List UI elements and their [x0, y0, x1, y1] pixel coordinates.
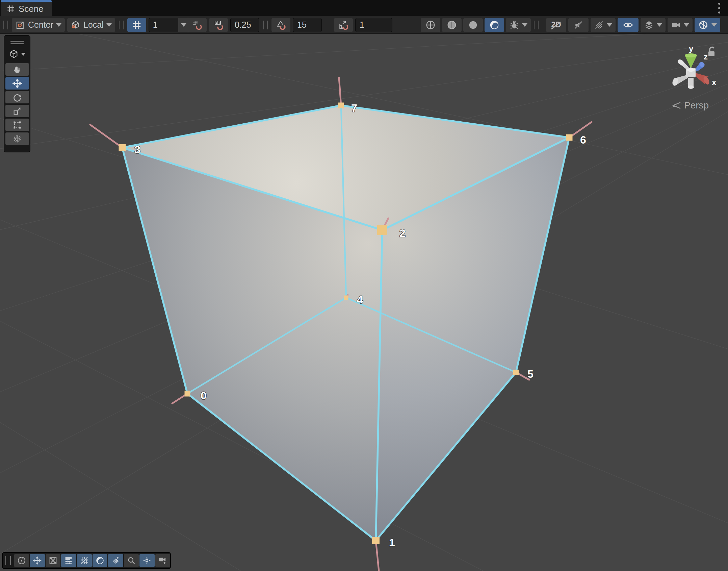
- layers-dropdown[interactable]: [641, 18, 666, 32]
- vertex-handle-1[interactable]: [372, 537, 380, 544]
- gizmo-diamond-button[interactable]: [108, 554, 123, 567]
- axis-z-label: z: [704, 52, 708, 61]
- rect-tool[interactable]: [5, 119, 29, 131]
- tab-scene[interactable]: Scene: [1, 0, 52, 16]
- vertex-label-1: 1: [389, 537, 395, 549]
- rect-tool-icon: [12, 120, 22, 130]
- vertex-handle-3[interactable]: [119, 144, 126, 151]
- overlay-drag-handle[interactable]: [10, 40, 24, 46]
- vertex-handle-6[interactable]: [566, 134, 573, 141]
- tool-settings-icon: [48, 556, 58, 565]
- vertex-label-0: 0: [201, 390, 207, 402]
- orientation-compass-button[interactable]: [14, 554, 29, 567]
- vertex-handle-0[interactable]: [185, 391, 190, 397]
- orientation-compass-icon: [17, 556, 26, 565]
- vertex-label-6: 6: [580, 134, 586, 146]
- move-snap-magnet-icon: [213, 20, 224, 30]
- search-magnifier-icon: [127, 556, 136, 565]
- grid-size-dropdown[interactable]: 1: [149, 18, 189, 32]
- scale-snap-value[interactable]: 1: [355, 18, 392, 32]
- kebab-vertical-icon[interactable]: [717, 3, 722, 14]
- scale-tool-icon: [12, 106, 22, 116]
- axis-y-label: y: [689, 44, 694, 53]
- toolbar-drag-handle[interactable]: [3, 21, 8, 29]
- overlay-sliders-icon: [64, 556, 73, 565]
- grid-snap-magnet-icon: [192, 20, 202, 30]
- grid-snap-magnet-button[interactable]: [188, 18, 207, 32]
- scene-viewport[interactable]: 01234567: [0, 0, 728, 571]
- toolbar-separator: [534, 21, 539, 29]
- move-overlay-button[interactable]: [30, 554, 45, 567]
- tools-overlay: [4, 35, 30, 152]
- shading-sphere-icon: [95, 556, 105, 565]
- rotate-tool[interactable]: [5, 91, 29, 103]
- vertex-handle-7[interactable]: [338, 103, 344, 108]
- vertex-handle-4[interactable]: [344, 296, 348, 300]
- vertex-label-7: 7: [351, 102, 357, 114]
- projection-toggle[interactable]: Persp: [671, 100, 709, 111]
- shading-unlit-button[interactable]: [463, 18, 483, 32]
- scale-tool[interactable]: [5, 105, 29, 117]
- grid-snap-icon: [132, 20, 142, 30]
- grid-visibility-button[interactable]: [77, 554, 92, 567]
- axis-neg-cone-cap: [688, 85, 694, 89]
- audio-toggle[interactable]: [568, 18, 589, 32]
- vertex-label-4: 4: [357, 294, 363, 306]
- view-hand-tool[interactable]: [5, 63, 29, 76]
- unlocked-padlock-icon[interactable]: [708, 47, 714, 56]
- shaded-sphere-icon: [489, 20, 500, 30]
- tool-settings-button[interactable]: [46, 554, 60, 567]
- overlay-toolbar: [2, 552, 171, 569]
- chevron-down-icon: [684, 23, 689, 27]
- toolbar-separator: [119, 21, 124, 29]
- move-tool-icon: [12, 78, 22, 89]
- move-snap-value[interactable]: 0.25: [230, 18, 259, 32]
- grid-size-value: 1: [149, 18, 178, 32]
- camera-preview-icon: [158, 556, 167, 565]
- overlay-sliders-button[interactable]: [61, 554, 76, 567]
- center-pivot-button[interactable]: [139, 554, 154, 567]
- chevron-down-icon: [21, 53, 26, 56]
- scene-visibility-eye-icon: [623, 20, 633, 30]
- gizmos-globe-icon: [698, 20, 709, 30]
- shading-shaded-button[interactable]: [485, 18, 504, 32]
- rotate-snap-button[interactable]: [271, 18, 290, 32]
- chevron-down-icon: [522, 23, 527, 27]
- shading-sphere-button[interactable]: [93, 554, 107, 567]
- debug-draw-mode-dropdown[interactable]: [506, 18, 531, 32]
- vertex-handle-5[interactable]: [513, 370, 519, 375]
- vertex-handle-2[interactable]: [377, 225, 387, 235]
- rotate-snap-magnet-icon: [276, 20, 286, 30]
- camera-settings-dropdown[interactable]: [668, 18, 693, 32]
- axis-x-label: x: [712, 78, 717, 87]
- debug-bug-icon: [509, 20, 519, 30]
- handle-orientation-dropdown[interactable]: Local: [67, 18, 115, 32]
- overlay-drag-handle[interactable]: [5, 556, 11, 565]
- search-button[interactable]: [124, 554, 139, 567]
- grid-snap-toggle[interactable]: [127, 18, 146, 32]
- vertex-label-5: 5: [527, 368, 534, 380]
- scale-snap-button[interactable]: [334, 18, 353, 32]
- tool-context-dropdown[interactable]: [9, 49, 26, 59]
- camera-preview-button[interactable]: [155, 554, 170, 567]
- pivot-mode-dropdown[interactable]: Center: [12, 18, 65, 32]
- vertex-label-2: 2: [399, 227, 406, 239]
- rotate-snap-value[interactable]: 15: [293, 18, 322, 32]
- effects-dropdown[interactable]: [591, 18, 616, 32]
- unlit-sphere-icon: [468, 20, 478, 30]
- chevron-down-icon: [607, 23, 612, 27]
- gizmos-dropdown[interactable]: [695, 18, 720, 32]
- chevron-down-icon: [56, 23, 61, 27]
- transform-tool[interactable]: [5, 132, 29, 145]
- scene-visibility-toggle[interactable]: [618, 18, 639, 32]
- mode-2d-toggle[interactable]: 2D: [546, 18, 566, 32]
- move-tool[interactable]: [5, 77, 29, 90]
- shading-wireframe-button[interactable]: [421, 18, 440, 32]
- tab-label: Scene: [19, 4, 44, 14]
- persp-angle-icon: [671, 102, 681, 109]
- orientation-cube-icon: [71, 20, 81, 30]
- move-snap-button[interactable]: [209, 18, 228, 32]
- transform-tool-icon: [12, 134, 22, 144]
- spacer: [326, 21, 330, 29]
- shading-shaded-wireframe-button[interactable]: [442, 18, 462, 32]
